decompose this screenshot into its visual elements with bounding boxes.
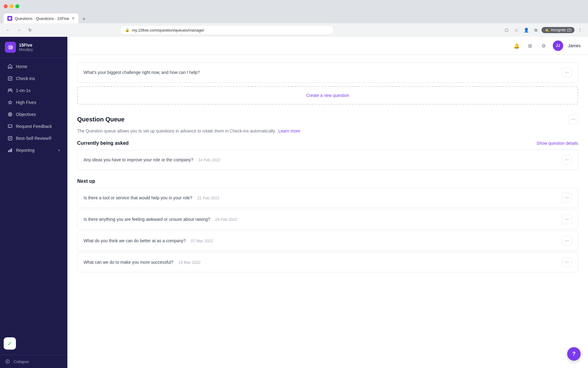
svg-point-5 — [10, 89, 12, 91]
sidebar-item-home[interactable]: Home — [2, 61, 65, 72]
highfives-icon — [7, 100, 13, 105]
table-row: What do you think we can do better at as… — [77, 231, 578, 251]
sidebar-item-1on1s-label: 1-on-1s — [16, 88, 30, 93]
sidebar-item-objectives[interactable]: Objectives — [2, 109, 65, 120]
reporting-icon — [7, 148, 13, 153]
brand-sub: Moodjoy — [19, 48, 33, 52]
user-name: James — [568, 43, 581, 48]
current-question-date: 14 Feb 2022 — [198, 158, 221, 162]
tab-title: Questions · Questions · 15Five — [15, 16, 69, 21]
browser-chrome: Questions · Questions · 15Five ✕ + ← → ↻… — [0, 0, 588, 37]
maximize-window-button[interactable] — [15, 4, 19, 8]
sidebar-item-requestfeedback[interactable]: Request Feedback — [2, 121, 65, 132]
forward-button[interactable]: → — [15, 26, 23, 34]
sidebar-item-bestself[interactable]: Best-Self Review® — [2, 132, 65, 144]
minimize-window-button[interactable] — [9, 4, 13, 8]
top-question-text: What's your biggest challenge right now,… — [84, 70, 200, 75]
new-tab-button[interactable]: + — [80, 15, 88, 23]
currently-being-asked-title: Currently being asked — [77, 140, 129, 146]
extensions-icon[interactable]: ⬡ — [502, 26, 511, 34]
window-split-icon[interactable]: ⧉ — [532, 26, 540, 34]
top-header: 🔔 ⊞ ⚙ JJ James — [67, 37, 588, 55]
brand-name: 15Five — [19, 43, 33, 48]
notification-bell-icon[interactable]: 🔔 — [512, 41, 521, 50]
show-question-details-link[interactable]: Show question details — [537, 141, 578, 146]
table-row: Is there a tool or service that would he… — [77, 188, 578, 208]
sidebar-item-objectives-label: Objectives — [16, 112, 36, 117]
sidebar-item-1on1s[interactable]: 1-on-1s — [2, 85, 65, 96]
next-question-menu-button-3[interactable]: ··· — [562, 257, 572, 267]
tab-close-button[interactable]: ✕ — [72, 16, 75, 21]
top-question-menu-button[interactable]: ··· — [562, 67, 572, 77]
next-question-date-3: 14 Mar 2022 — [178, 260, 201, 265]
window-controls — [4, 4, 19, 8]
menu-button[interactable]: ⋮ — [576, 26, 584, 34]
svg-text:15: 15 — [9, 45, 13, 50]
browser-titlebar — [0, 0, 588, 12]
address-bar[interactable]: 🔒 my.15five.com/question/queues/manage/ — [120, 25, 334, 35]
sidebar-logo: 15 — [5, 42, 16, 53]
incognito-button[interactable]: 🕵 Incognito (2) — [541, 27, 575, 33]
sidebar-brand: 15Five Moodjoy — [19, 43, 33, 52]
sidebar-item-reporting-label: Reporting — [16, 148, 35, 153]
current-question-menu-button[interactable]: ··· — [562, 155, 572, 165]
bookmark-icon[interactable]: ☆ — [512, 26, 521, 34]
toolbar-actions: ⬡ ☆ 👤 ⧉ 🕵 Incognito (2) ⋮ — [502, 26, 584, 34]
next-up-header: Next up — [77, 178, 578, 184]
help-button[interactable]: ? — [567, 347, 581, 361]
currently-being-asked-header: Currently being asked Show question deta… — [77, 140, 578, 146]
user-avatar[interactable]: JJ — [553, 40, 563, 51]
browser-tabs: Questions · Questions · 15Five ✕ + — [0, 12, 588, 23]
feedback-icon — [7, 124, 13, 129]
svg-point-8 — [10, 114, 10, 115]
incognito-label: Incognito (2) — [551, 28, 571, 32]
sidebar-item-reporting[interactable]: Reporting ▾ — [2, 144, 65, 156]
question-queue-header: Question Queue ··· — [77, 114, 578, 124]
sidebar: 15 15Five Moodjoy Home Check-ins — [0, 37, 67, 368]
sidebar-item-highfives[interactable]: High Fives — [2, 97, 65, 108]
question-queue-menu-button[interactable]: ··· — [568, 114, 578, 124]
reporting-chevron-icon: ▾ — [58, 148, 60, 152]
create-question-card[interactable]: Create a new question — [77, 86, 578, 105]
next-question-menu-button-0[interactable]: ··· — [562, 193, 572, 203]
close-window-button[interactable] — [4, 4, 8, 8]
browser-toolbar: ← → ↻ 🔒 my.15five.com/question/queues/ma… — [0, 23, 588, 37]
current-question-item: Any ideas you have to improve your role … — [77, 150, 578, 170]
next-question-text-2: What do you think we can do better at as… — [84, 238, 213, 243]
create-question-link[interactable]: Create a new question — [306, 93, 349, 98]
next-question-date-2: 07 Mar 2022 — [191, 239, 213, 243]
svg-rect-10 — [8, 150, 9, 152]
collapse-button[interactable]: Collapse — [0, 355, 67, 368]
task-widget[interactable]: ✓ — [4, 337, 16, 350]
main-content: 🔔 ⊞ ⚙ JJ James What's your biggest chall… — [67, 37, 588, 368]
home-icon — [7, 64, 13, 69]
back-button[interactable]: ← — [4, 26, 12, 34]
learn-more-link[interactable]: Learn more — [278, 128, 300, 133]
question-queue-section: Question Queue ··· The Question queue al… — [77, 114, 578, 272]
svg-point-4 — [8, 89, 10, 91]
question-queue-description: The Question queue allows you to set up … — [77, 128, 578, 134]
sidebar-item-checkins[interactable]: Check-ins — [2, 73, 65, 84]
current-question-text: Any ideas you have to improve your role … — [84, 157, 221, 162]
next-question-date-1: 28 Feb 2022 — [215, 217, 237, 222]
svg-point-0 — [9, 17, 11, 20]
tab-favicon — [7, 16, 12, 21]
sidebar-item-bestself-label: Best-Self Review® — [16, 136, 52, 141]
top-question-card: What's your biggest challenge right now,… — [77, 62, 578, 82]
next-question-menu-button-2[interactable]: ··· — [562, 236, 572, 246]
active-tab[interactable]: Questions · Questions · 15Five ✕ — [4, 13, 78, 23]
collapse-label: Collapse — [13, 359, 29, 364]
refresh-button[interactable]: ↻ — [26, 26, 34, 34]
next-question-text-3: What can we do to make you more successf… — [84, 260, 201, 265]
table-row: What can we do to make you more successf… — [77, 252, 578, 272]
checkins-icon — [7, 76, 13, 81]
profile-icon[interactable]: 👤 — [522, 26, 530, 34]
collapse-icon — [5, 359, 10, 364]
svg-rect-11 — [10, 149, 11, 152]
settings-icon[interactable]: ⚙ — [539, 41, 548, 50]
grid-icon[interactable]: ⊞ — [526, 41, 534, 50]
objectives-icon — [7, 112, 13, 117]
next-question-menu-button-1[interactable]: ··· — [562, 214, 572, 224]
table-row: Is there anything you are feeling awkwar… — [77, 209, 578, 229]
sidebar-item-home-label: Home — [16, 64, 27, 69]
